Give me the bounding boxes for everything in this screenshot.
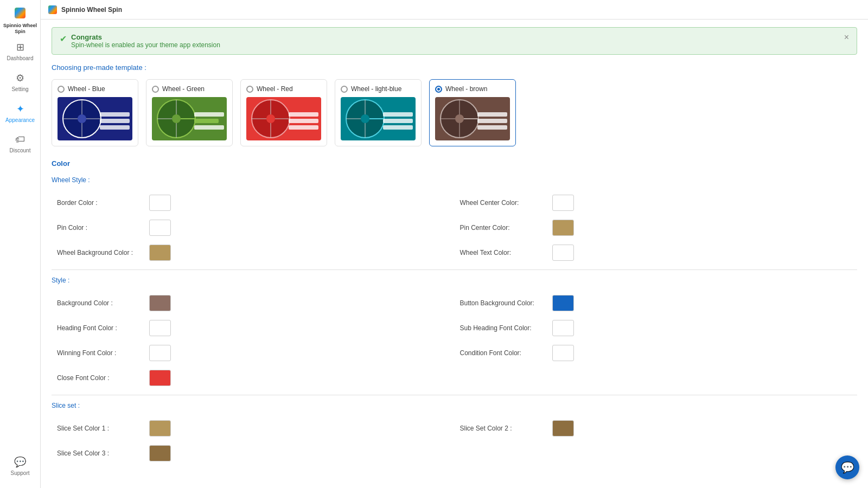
- winning-font-color-row: Winning Font Color :: [52, 341, 455, 365]
- close-font-color-label: Close Font Color :: [57, 374, 144, 382]
- pin-color-row: Pin Color :: [52, 215, 455, 240]
- slice-color-3-swatch[interactable]: [149, 445, 171, 461]
- btn-bg-color-swatch[interactable]: [552, 295, 574, 311]
- slice-set-right: Slice Set Color 2 :: [455, 416, 858, 466]
- svg-rect-43: [477, 119, 507, 123]
- wheel-center-color-label: Wheel Center Color:: [460, 199, 547, 207]
- svg-point-5: [78, 114, 86, 123]
- discount-icon: 🏷: [15, 134, 25, 145]
- wheel-bg-color-swatch[interactable]: [149, 245, 171, 261]
- template-card-lightblue-header: Wheel - light-blue: [341, 85, 416, 93]
- border-color-row: Border Color :: [52, 190, 455, 215]
- sidebar-item-support[interactable]: 💬 Support: [7, 451, 33, 481]
- radio-green[interactable]: [152, 86, 159, 93]
- template-name-brown: Wheel - brown: [445, 85, 487, 93]
- btn-bg-color-label: Button Background Color:: [460, 299, 547, 307]
- main-content: Spinnio Wheel Spin ✔ Congrats Spin-wheel…: [41, 0, 868, 488]
- radio-brown[interactable]: [435, 86, 442, 93]
- template-card-lightblue[interactable]: Wheel - light-blue: [335, 79, 422, 146]
- app-icon: [15, 8, 25, 18]
- heading-font-color-row: Heading Font Color :: [52, 316, 455, 341]
- style-left: Background Color : Heading Font Color : …: [52, 291, 455, 390]
- slice-color-2-label: Slice Set Color 2 :: [460, 425, 547, 432]
- wheel-text-color-swatch[interactable]: [552, 245, 574, 261]
- svg-rect-15: [194, 112, 224, 117]
- template-section-label: Choosing pre-made template :: [52, 63, 857, 72]
- wheel-svg-lightblue: [341, 97, 416, 140]
- template-card-red[interactable]: Wheel - Red: [240, 79, 327, 146]
- radio-red[interactable]: [246, 86, 253, 93]
- radio-blue[interactable]: [58, 86, 65, 93]
- banner-left: ✔ Congrats Spin-wheel is enabled as your…: [60, 33, 220, 49]
- banner-text: Congrats Spin-wheel is enabled as your t…: [71, 33, 220, 49]
- slice-color-1-swatch[interactable]: [149, 420, 171, 436]
- sidebar-item-dashboard[interactable]: ⊞ Dashboard: [0, 36, 40, 67]
- close-font-color-swatch[interactable]: [149, 370, 171, 386]
- pin-color-swatch[interactable]: [149, 220, 171, 236]
- template-card-green[interactable]: Wheel - Green: [146, 79, 233, 146]
- sidebar-item-discount[interactable]: 🏷 Discount: [0, 129, 40, 159]
- app-header: [0, 4, 40, 22]
- bg-color-label: Background Color :: [57, 299, 144, 307]
- pin-center-color-swatch[interactable]: [552, 220, 574, 236]
- slice-color-2-swatch[interactable]: [552, 420, 574, 436]
- btn-bg-color-row: Button Background Color:: [455, 291, 858, 316]
- content-area: ✔ Congrats Spin-wheel is enabled as your…: [41, 20, 868, 484]
- pin-color-label: Pin Color :: [57, 224, 144, 232]
- color-section-title: Color: [52, 159, 857, 170]
- topbar-title: Spinnio Wheel Spin: [61, 6, 122, 14]
- pin-center-color-row: Pin Center Color:: [455, 215, 858, 240]
- heading-font-color-swatch[interactable]: [149, 320, 171, 336]
- banner-close-button[interactable]: ×: [844, 33, 849, 42]
- color-section: Color Wheel Style : Border Color : Pin C…: [52, 159, 857, 466]
- template-section: Choosing pre-made template : Wheel - Blu…: [52, 63, 857, 146]
- success-icon: ✔: [60, 34, 67, 44]
- svg-rect-7: [100, 119, 130, 123]
- bg-color-swatch[interactable]: [149, 295, 171, 311]
- template-card-brown-header: Wheel - brown: [435, 85, 510, 93]
- dashboard-icon: ⊞: [16, 41, 24, 53]
- sidebar-item-appearance[interactable]: ✦ Appearance: [0, 98, 40, 129]
- sub-heading-font-color-label: Sub Heading Font Color:: [460, 324, 547, 332]
- banner-title: Congrats: [71, 33, 220, 41]
- svg-point-32: [361, 114, 369, 123]
- svg-rect-44: [477, 125, 507, 130]
- pin-center-color-label: Pin Center Color:: [460, 224, 547, 232]
- sub-heading-font-color-swatch[interactable]: [552, 320, 574, 336]
- wheel-style-subtitle: Wheel Style :: [52, 176, 857, 184]
- slice-color-2-row: Slice Set Color 2 :: [455, 416, 858, 441]
- template-card-green-header: Wheel - Green: [152, 85, 227, 93]
- setting-icon: ⚙: [16, 72, 24, 84]
- wheel-style-left: Border Color : Pin Color : Wheel Backgro…: [52, 190, 455, 265]
- border-color-swatch[interactable]: [149, 195, 171, 211]
- winning-font-color-label: Winning Font Color :: [57, 349, 144, 357]
- winning-font-color-swatch[interactable]: [149, 345, 171, 361]
- sidebar-item-setting[interactable]: ⚙ Setting: [0, 67, 40, 98]
- support-icon: 💬: [14, 456, 26, 468]
- slice-color-3-row: Slice Set Color 3 :: [52, 441, 455, 466]
- template-name-green: Wheel - Green: [162, 85, 205, 93]
- sidebar-label-discount: Discount: [10, 147, 31, 153]
- sidebar-label-appearance: Appearance: [5, 117, 35, 123]
- support-button[interactable]: 💬: [835, 455, 859, 479]
- template-card-red-header: Wheel - Red: [246, 85, 321, 93]
- wheel-center-color-swatch[interactable]: [552, 195, 574, 211]
- sidebar-label-dashboard: Dashboard: [7, 55, 34, 61]
- template-card-brown[interactable]: Wheel - brown: [429, 79, 516, 146]
- heading-font-color-label: Heading Font Color :: [57, 324, 144, 332]
- radio-lightblue[interactable]: [341, 86, 348, 93]
- template-preview-green: [152, 97, 227, 140]
- template-name-red: Wheel - Red: [257, 85, 293, 93]
- svg-rect-8: [100, 125, 130, 130]
- template-card-blue[interactable]: Wheel - Blue: [52, 79, 138, 146]
- svg-rect-26: [289, 125, 318, 130]
- condition-font-color-swatch[interactable]: [552, 345, 574, 361]
- border-color-label: Border Color :: [57, 199, 144, 207]
- sidebar-label-setting: Setting: [11, 86, 28, 92]
- wheel-text-color-row: Wheel Text Color:: [455, 240, 858, 265]
- wheel-text-color-label: Wheel Text Color:: [460, 249, 547, 256]
- close-font-color-row: Close Font Color :: [52, 365, 455, 390]
- appearance-icon: ✦: [16, 103, 24, 115]
- banner-subtitle: Spin-wheel is enabled as your theme app …: [71, 41, 220, 49]
- sidebar: Spinnio Wheel Spin ⊞ Dashboard ⚙ Setting…: [0, 0, 41, 488]
